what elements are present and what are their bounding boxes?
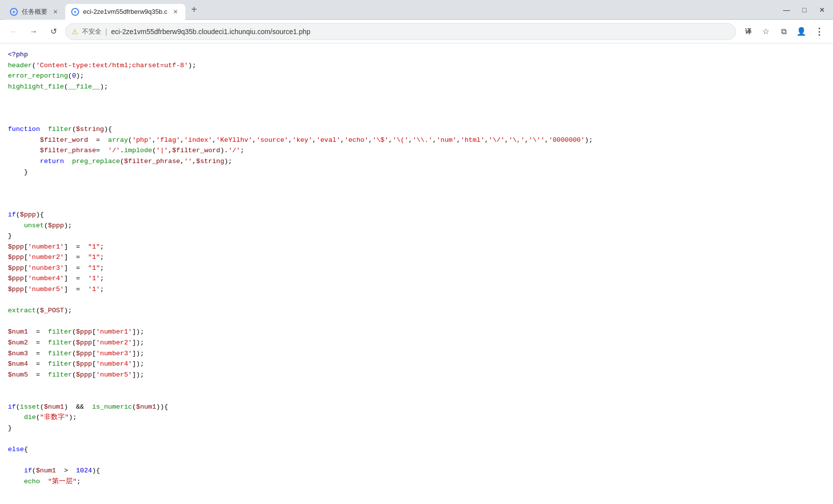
translate-button[interactable]: 译: [740, 24, 756, 40]
code-line-15: [8, 199, 825, 210]
code-line-24: [8, 295, 825, 306]
url-separator: |: [105, 28, 107, 36]
tab1-icon: ●: [10, 8, 18, 16]
forward-button[interactable]: →: [26, 24, 42, 40]
code-line-6: [8, 103, 825, 114]
nav-action-buttons: 译 ☆ ⧉ 👤 ⋮: [740, 24, 827, 40]
minimize-button[interactable]: —: [780, 3, 793, 17]
code-line-3: error_reporting(0);: [8, 71, 825, 82]
code-line-1: <?php: [8, 49, 825, 60]
reload-button[interactable]: ↺: [45, 24, 61, 40]
code-line-17: unset($ppp);: [8, 220, 825, 231]
code-line-7: [8, 114, 825, 125]
address-bar[interactable]: ⚠ 不安全 |: [65, 23, 736, 40]
tab2-close-button[interactable]: ✕: [172, 8, 179, 16]
code-line-40: if($num1 > 1024){: [8, 465, 825, 476]
url-input[interactable]: [111, 28, 730, 36]
code-line-26: [8, 316, 825, 327]
extensions-button[interactable]: ⧉: [776, 24, 791, 40]
code-line-23: $ppp['number5'] = '1';: [8, 284, 825, 295]
tab2-label: eci-2ze1vm55dfrberw9q35b.c: [83, 8, 168, 15]
code-line-33: [8, 391, 825, 402]
code-line-28: $num2 = filter($ppp['number2']);: [8, 337, 825, 348]
code-line-14: [8, 188, 825, 199]
code-line-21: $ppp['nunber3'] = "1";: [8, 263, 825, 274]
code-line-13: [8, 177, 825, 188]
close-button[interactable]: ✕: [815, 3, 829, 17]
tab-eci[interactable]: ● eci-2ze1vm55dfrberw9q35b.c ✕: [65, 4, 185, 20]
code-line-27: $num1 = filter($ppp['number1']);: [8, 327, 825, 337]
code-line-4: highlight_file(__file__);: [8, 82, 825, 92]
security-warning-icon: ⚠: [72, 28, 78, 36]
menu-icon: ⋮: [815, 26, 824, 37]
code-line-31: $num5 = filter($ppp['number5']);: [8, 370, 825, 380]
code-line-5: [8, 92, 825, 103]
code-line-35: die("非数字");: [8, 412, 825, 423]
security-text: 不安全: [82, 27, 101, 36]
back-button[interactable]: ←: [6, 24, 22, 40]
code-line-22: $ppp['number4'] = '1';: [8, 273, 825, 284]
extensions-icon: ⧉: [781, 27, 787, 36]
code-line-41: echo "第一层";: [8, 476, 825, 487]
navigation-bar: ← → ↺ ⚠ 不安全 | 译 ☆ ⧉ 👤 ⋮: [0, 20, 833, 43]
back-icon: ←: [10, 27, 18, 36]
tab2-icon: ●: [71, 8, 79, 16]
code-line-9: $filter_word = array('php','flag','index…: [8, 135, 825, 146]
code-line-18: }: [8, 231, 825, 242]
code-line-32: [8, 380, 825, 391]
code-line-34: if(isset($num1) && is_numeric($num1)){: [8, 402, 825, 413]
code-display: <?php header('Content-type:text/html;cha…: [0, 43, 833, 504]
bookmark-icon: ☆: [762, 27, 769, 36]
forward-icon: →: [30, 27, 38, 36]
code-line-20: $ppp['number2'] = "1";: [8, 252, 825, 263]
reload-icon: ↺: [50, 27, 57, 36]
tab-renwu[interactable]: ● 任务概要 ✕: [4, 4, 65, 20]
code-line-8: function filter($string){: [8, 124, 825, 135]
maximize-button[interactable]: □: [797, 3, 811, 17]
code-line-11: return preg_replace($filter_phrase,'',$s…: [8, 156, 825, 167]
profile-icon: 👤: [796, 27, 806, 36]
code-line-38: else{: [8, 444, 825, 455]
code-line-39: [8, 455, 825, 466]
tab-bar: ● 任务概要 ✕ ● eci-2ze1vm55dfrberw9q35b.c ✕ …: [4, 2, 780, 18]
code-line-30: $num4 = filter($ppp['number4']);: [8, 359, 825, 370]
code-line-29: $num3 = filter($ppp['number3']);: [8, 348, 825, 359]
bookmark-button[interactable]: ☆: [758, 24, 774, 40]
menu-button[interactable]: ⋮: [811, 24, 827, 40]
translate-icon: 译: [745, 27, 751, 36]
code-line-19: $ppp['number1'] = "1";: [8, 242, 825, 252]
tab1-label: 任务概要: [22, 7, 47, 16]
code-line-16: if($ppp){: [8, 210, 825, 220]
code-line-12: }: [8, 167, 825, 178]
title-bar: ● 任务概要 ✕ ● eci-2ze1vm55dfrberw9q35b.c ✕ …: [0, 0, 833, 20]
code-line-25: extract($_POST);: [8, 305, 825, 316]
profile-button[interactable]: 👤: [793, 24, 809, 40]
tab1-close-button[interactable]: ✕: [51, 8, 59, 16]
new-tab-button[interactable]: +: [187, 3, 201, 17]
code-line-2: header('Content-type:text/html;charset=u…: [8, 60, 825, 71]
code-line-36: }: [8, 423, 825, 434]
code-line-37: [8, 433, 825, 444]
code-line-10: $filter_phrase= '/'.implode('|',$filter_…: [8, 145, 825, 156]
window-controls: — □ ✕: [780, 3, 829, 17]
